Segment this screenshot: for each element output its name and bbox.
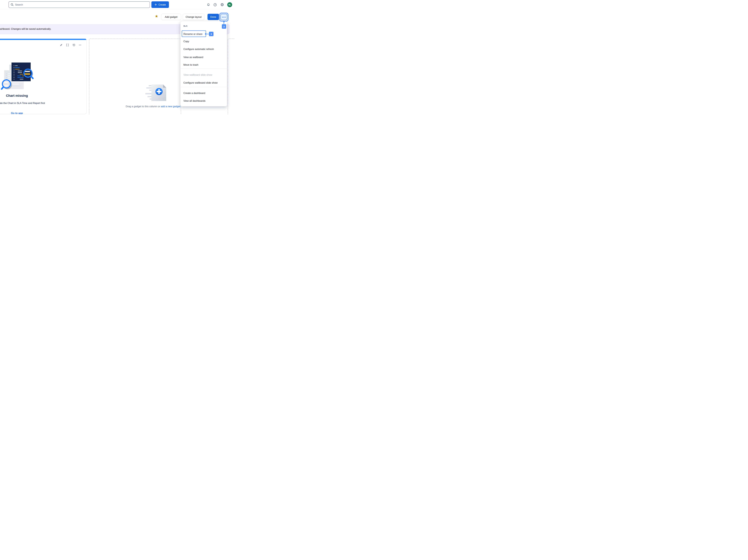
search-input[interactable] (8, 1, 150, 8)
menu-item-create-a-dashboard[interactable]: Create a dashboard (183, 91, 205, 95)
top-navigation-bar: Create ? ⚙ NL (0, 0, 235, 9)
connector-line (206, 34, 209, 34)
menu-item-configure-automatic-refresh[interactable]: Configure automatic refresh (183, 47, 214, 51)
empty-state-description: ate the Chart in SLA Time and Report fir… (0, 102, 45, 104)
empty-column-dropzone-right[interactable] (228, 39, 235, 114)
gadget-accent-bar (0, 39, 86, 40)
chart-missing-illustration (0, 62, 45, 91)
step-badge-2: 2 (222, 24, 226, 29)
add-new-gadget-link[interactable]: add a new gadget (161, 105, 181, 108)
menu-divider (181, 87, 227, 87)
menu-item-view-as-wallboard[interactable]: View as wallboard (183, 55, 203, 59)
change-layout-button[interactable]: Change layout (183, 14, 204, 20)
step-badge-3: 3 (209, 32, 213, 36)
help-icon: ? (213, 3, 217, 6)
bell-icon (207, 3, 210, 6)
menu-divider (181, 68, 227, 69)
empty-column-dropzone[interactable] (89, 39, 181, 114)
avatar[interactable]: NL (227, 2, 232, 7)
jira-dashboard-edit-screen: Create ? ⚙ NL ★ Add gadget Change l (0, 0, 235, 114)
gadget-more-icon[interactable] (79, 44, 81, 46)
menu-section-label: SLA (183, 25, 187, 27)
svg-text:?: ? (214, 4, 215, 6)
plus-icon (155, 3, 157, 6)
banner-text: ashboard. Changes will be saved automati… (0, 27, 51, 30)
menu-item-configure-wallboard-slide-show[interactable]: Configure wallboard slide show (183, 81, 217, 84)
create-button[interactable]: Create (151, 1, 169, 8)
add-gadget-button[interactable]: Add gadget (161, 14, 181, 20)
notifications-button[interactable] (206, 2, 211, 7)
favorite-star-icon[interactable]: ★ (155, 14, 158, 18)
add-gadget-illustration (143, 85, 169, 102)
spotlight-pulse-ring (219, 13, 229, 22)
menu-item-copy[interactable]: Copy (183, 40, 189, 43)
help-button[interactable]: ? (213, 2, 218, 7)
drag-gadget-hint: Drag a gadget to this column or add a ne… (126, 105, 181, 108)
collapse-icon[interactable] (60, 44, 63, 46)
create-button-label: Create (159, 3, 166, 6)
rename-highlight-box (182, 30, 206, 37)
go-to-app-link[interactable]: Go to app (0, 112, 39, 114)
empty-state-heading: Chart missing (0, 94, 39, 98)
done-button[interactable]: Done (208, 14, 219, 20)
menu-item-move-to-trash[interactable]: Move to trash (183, 63, 198, 66)
dashboard-actions-menu: SLA Rename or share Copy Configure autom… (181, 21, 227, 106)
search-icon (10, 3, 14, 6)
drag-gadget-hint-text: Drag a gadget to this column or (126, 105, 161, 108)
gear-icon: ⚙ (220, 3, 224, 7)
menu-item-view-wallboard-slide-show: View wallboard slide show (183, 73, 212, 76)
connector-line (224, 21, 224, 24)
expand-icon[interactable] (66, 44, 69, 46)
settings-button[interactable]: ⚙ (219, 2, 225, 7)
menu-item-view-all-dashboards[interactable]: View all dashboards (183, 99, 205, 102)
refresh-icon[interactable] (72, 44, 75, 46)
